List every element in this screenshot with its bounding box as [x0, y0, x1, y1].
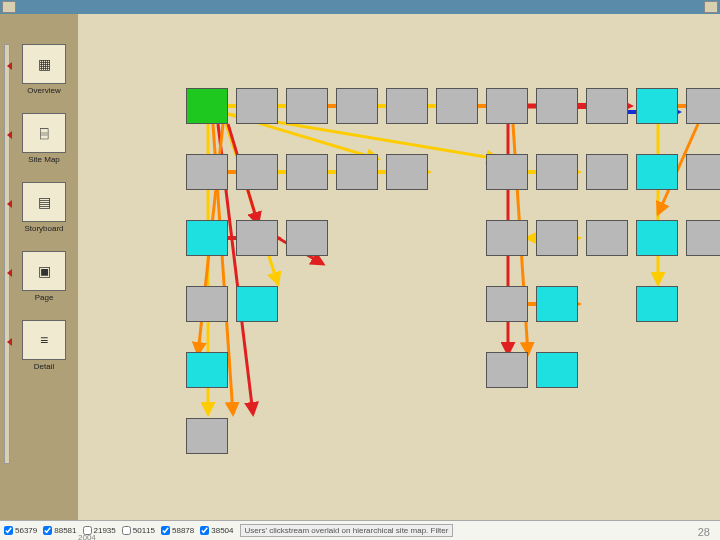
footer-description: Users' clickstream overlaid on hierarchi… — [240, 524, 454, 537]
site-node[interactable] — [536, 220, 578, 256]
site-node[interactable] — [486, 352, 528, 388]
user-filter-check[interactable]: 88581 — [43, 526, 76, 535]
site-node[interactable] — [236, 154, 278, 190]
site-node[interactable] — [486, 220, 528, 256]
site-node[interactable] — [486, 286, 528, 322]
site-node[interactable] — [186, 352, 228, 388]
sidebar: ▦ Overview ⌸ Site Map ▤ Storyboard ▣ Pag… — [0, 14, 78, 520]
site-node[interactable] — [586, 220, 628, 256]
site-node[interactable] — [536, 352, 578, 388]
svg-line-14 — [226, 124, 278, 284]
site-node[interactable] — [686, 154, 720, 190]
site-node[interactable] — [536, 154, 578, 190]
nav-label: Detail — [34, 362, 54, 371]
site-node[interactable] — [636, 88, 678, 124]
site-node[interactable] — [636, 286, 678, 322]
nav-marker-icon — [7, 338, 12, 346]
nav-label: Overview — [27, 86, 60, 95]
site-node[interactable] — [186, 88, 228, 124]
storyboard-icon: ▤ — [22, 182, 66, 222]
site-node[interactable] — [486, 88, 528, 124]
nav-page[interactable]: ▣ Page — [15, 251, 73, 302]
nav-marker-icon — [7, 200, 12, 208]
user-filter-check[interactable]: 50115 — [122, 526, 155, 535]
sitemap-icon: ⌸ — [22, 113, 66, 153]
site-node[interactable] — [236, 220, 278, 256]
nav-list: ▦ Overview ⌸ Site Map ▤ Storyboard ▣ Pag… — [10, 14, 78, 520]
site-node[interactable] — [386, 154, 428, 190]
site-node[interactable] — [186, 220, 228, 256]
site-node[interactable] — [586, 154, 628, 190]
site-node[interactable] — [286, 220, 328, 256]
slide-number: 28 — [698, 526, 710, 538]
slide-year: 2004 — [78, 533, 96, 540]
footer-bar: 563798858121935501155887838504Users' cli… — [0, 520, 720, 540]
nav-marker-icon — [7, 131, 12, 139]
nav-detail[interactable]: ≡ Detail — [15, 320, 73, 371]
nav-overview[interactable]: ▦ Overview — [15, 44, 73, 95]
nav-sitemap[interactable]: ⌸ Site Map — [15, 113, 73, 164]
site-node[interactable] — [536, 88, 578, 124]
site-node[interactable] — [336, 154, 378, 190]
site-node[interactable] — [286, 154, 328, 190]
nav-marker-icon — [7, 269, 12, 277]
site-node[interactable] — [386, 88, 428, 124]
site-node[interactable] — [236, 88, 278, 124]
site-node[interactable] — [636, 220, 678, 256]
site-node[interactable] — [336, 88, 378, 124]
site-node[interactable] — [636, 154, 678, 190]
site-node[interactable] — [536, 286, 578, 322]
site-node[interactable] — [586, 88, 628, 124]
site-node[interactable] — [286, 88, 328, 124]
site-node[interactable] — [486, 154, 528, 190]
site-node[interactable] — [186, 286, 228, 322]
window-sysmenu-icon[interactable] — [2, 1, 16, 13]
detail-icon: ≡ — [22, 320, 66, 360]
nav-label: Site Map — [28, 155, 60, 164]
nav-label: Storyboard — [24, 224, 63, 233]
diagram-canvas[interactable] — [78, 14, 720, 520]
site-node[interactable] — [186, 154, 228, 190]
nav-marker-icon — [7, 62, 12, 70]
nav-storyboard[interactable]: ▤ Storyboard — [15, 182, 73, 233]
user-filter-check[interactable]: 38504 — [200, 526, 233, 535]
site-node[interactable] — [686, 88, 720, 124]
user-filter-check[interactable]: 56379 — [4, 526, 37, 535]
site-node[interactable] — [236, 286, 278, 322]
user-filter-check[interactable]: 58878 — [161, 526, 194, 535]
overview-icon: ▦ — [22, 44, 66, 84]
window-control-icon[interactable] — [704, 1, 718, 13]
site-node[interactable] — [186, 418, 228, 454]
window-titlebar — [0, 0, 720, 14]
nav-label: Page — [35, 293, 54, 302]
page-icon: ▣ — [22, 251, 66, 291]
main-area: ▦ Overview ⌸ Site Map ▤ Storyboard ▣ Pag… — [0, 14, 720, 520]
site-node[interactable] — [686, 220, 720, 256]
site-node[interactable] — [436, 88, 478, 124]
